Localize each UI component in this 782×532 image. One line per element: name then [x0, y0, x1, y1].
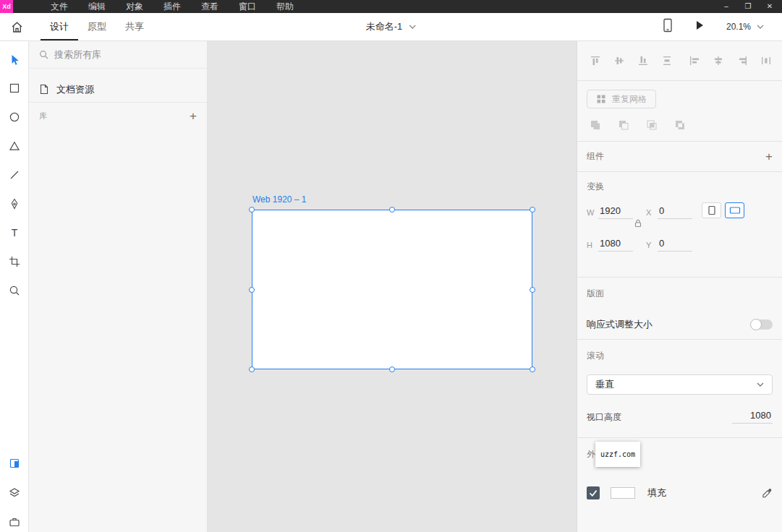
x-field: X: [646, 205, 692, 219]
exclude-button[interactable]: [671, 116, 689, 134]
width-label: W: [587, 208, 598, 217]
align-top-icon: [590, 55, 601, 66]
fill-checkbox[interactable]: [587, 486, 600, 499]
fill-row: 填充: [587, 486, 773, 499]
minimize-button[interactable]: –: [715, 0, 737, 13]
artboard-handle-se[interactable]: [530, 366, 535, 372]
line-tool[interactable]: [0, 160, 28, 189]
libraries-label: 库: [39, 111, 47, 121]
home-icon: [10, 20, 24, 34]
main-area: T 文档资源 库 + Web 1920 – 1: [0, 41, 782, 532]
align-bottom-button[interactable]: [634, 52, 652, 69]
rectangle-tool[interactable]: [0, 74, 28, 103]
align-right-button[interactable]: [734, 52, 751, 69]
alignment-section: [577, 41, 782, 81]
y-input[interactable]: [658, 238, 692, 252]
artboard-handle-n[interactable]: [389, 207, 395, 213]
aspect-lock-button[interactable]: [634, 218, 642, 231]
menu-file[interactable]: 文件: [41, 0, 78, 13]
plugins-panel-button[interactable]: [0, 507, 28, 532]
height-label: H: [587, 241, 598, 249]
canvas[interactable]: Web 1920 – 1: [208, 41, 577, 532]
scroll-section: 滚动 垂直 视口高度: [577, 340, 782, 438]
intersect-button[interactable]: [643, 116, 660, 134]
responsive-resize-toggle[interactable]: [751, 319, 773, 330]
scroll-direction-dropdown[interactable]: 垂直: [587, 374, 773, 395]
scroll-label: 滚动: [587, 351, 604, 361]
responsive-resize-label: 响应式调整大小: [587, 318, 653, 331]
chevron-down-icon: [409, 25, 416, 29]
width-input[interactable]: [598, 205, 633, 219]
scroll-direction-value: 垂直: [595, 378, 614, 391]
menu-edit[interactable]: 编辑: [78, 0, 116, 13]
rectangle-icon: [9, 82, 20, 94]
repeat-grid-button[interactable]: 重复网格: [587, 90, 656, 108]
menu-object[interactable]: 对象: [116, 0, 153, 13]
libraries-panel-button[interactable]: [0, 449, 28, 478]
artboard[interactable]: [252, 210, 532, 369]
zoom-tool[interactable]: [0, 276, 28, 305]
portrait-button[interactable]: [702, 202, 721, 218]
maximize-button[interactable]: ❐: [737, 0, 759, 13]
pen-icon: [9, 198, 20, 210]
window-controls: – ❐ ✕: [715, 0, 782, 13]
viewport-height-row: 视口高度: [587, 410, 773, 424]
tab-prototype[interactable]: 原型: [78, 13, 116, 40]
menu-plugins[interactable]: 插件: [153, 0, 191, 13]
chevron-down-icon: [757, 25, 764, 29]
tab-design[interactable]: 设计: [41, 13, 78, 40]
pen-tool[interactable]: [0, 189, 28, 218]
document-assets-item[interactable]: 文档资源: [29, 77, 207, 103]
search-input[interactable]: [54, 49, 197, 60]
eyedropper-button[interactable]: [762, 488, 773, 499]
fill-color-swatch[interactable]: [611, 487, 635, 499]
artboard-handle-e[interactable]: [530, 287, 535, 293]
height-input[interactable]: [598, 238, 633, 252]
home-button[interactable]: [6, 16, 27, 38]
artboard-handle-nw[interactable]: [249, 207, 255, 213]
document-title-dropdown[interactable]: 未命名-1: [366, 13, 417, 40]
align-left-button[interactable]: [686, 52, 703, 69]
distribute-vertical-button[interactable]: [658, 52, 676, 69]
artboard-tool[interactable]: [0, 247, 28, 276]
menu-help[interactable]: 帮助: [266, 0, 304, 13]
layers-panel-button[interactable]: [0, 479, 28, 507]
align-center-button[interactable]: [710, 52, 727, 69]
union-button[interactable]: [587, 116, 604, 134]
desktop-preview-button[interactable]: [694, 20, 705, 34]
viewport-height-input[interactable]: [732, 410, 773, 424]
artboard-handle-s[interactable]: [389, 366, 395, 372]
repeat-grid-section: 重复网格: [577, 81, 782, 142]
text-tool[interactable]: T: [0, 218, 28, 247]
menu-view[interactable]: 查看: [191, 0, 229, 13]
select-tool[interactable]: [0, 46, 28, 74]
align-top-button[interactable]: [587, 52, 604, 69]
tab-share[interactable]: 共享: [116, 13, 153, 40]
zoom-control[interactable]: 20.1%: [726, 22, 764, 32]
add-library-button[interactable]: +: [190, 110, 197, 122]
add-component-button[interactable]: +: [765, 150, 773, 163]
x-input[interactable]: [658, 205, 692, 219]
libraries-icon: [9, 458, 20, 469]
distribute-horizontal-button[interactable]: [757, 52, 775, 69]
document-title: 未命名-1: [366, 20, 403, 33]
device-preview-button[interactable]: [663, 18, 673, 35]
components-label: 组件: [587, 150, 604, 163]
artboard-handle-ne[interactable]: [530, 207, 535, 213]
width-field: W: [587, 205, 633, 219]
document-assets-label: 文档资源: [56, 83, 94, 96]
artboard-name[interactable]: Web 1920 – 1: [252, 194, 307, 205]
subtract-button[interactable]: [615, 116, 632, 134]
landscape-button[interactable]: [725, 202, 744, 218]
align-middle-button[interactable]: [611, 52, 628, 69]
ellipse-tool[interactable]: [0, 103, 28, 132]
menu-window[interactable]: 窗口: [229, 0, 266, 13]
grid-icon: [596, 94, 606, 104]
artboard-handle-sw[interactable]: [249, 366, 255, 372]
mode-tabs: 设计 原型 共享: [41, 13, 153, 40]
fill-label: 填充: [647, 486, 666, 499]
artboard-handle-w[interactable]: [249, 287, 255, 293]
polygon-tool[interactable]: [0, 132, 28, 160]
menu-bar: 文件 编辑 对象 插件 查看 窗口 帮助: [41, 0, 304, 13]
close-button[interactable]: ✕: [759, 0, 781, 13]
